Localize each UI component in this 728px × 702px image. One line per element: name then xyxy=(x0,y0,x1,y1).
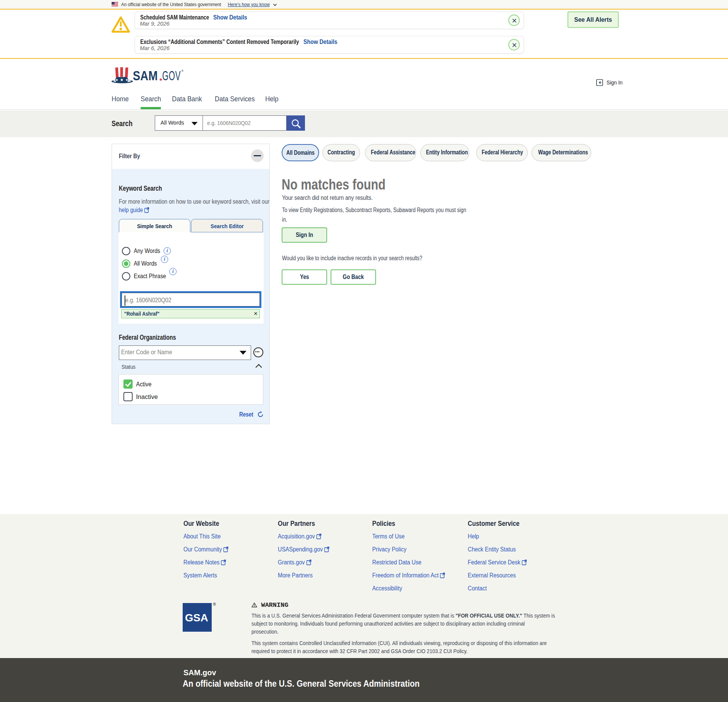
svg-text:®: ® xyxy=(182,69,184,73)
svg-text:GOV: GOV xyxy=(162,68,181,83)
svg-text:SAM: SAM xyxy=(133,68,158,83)
